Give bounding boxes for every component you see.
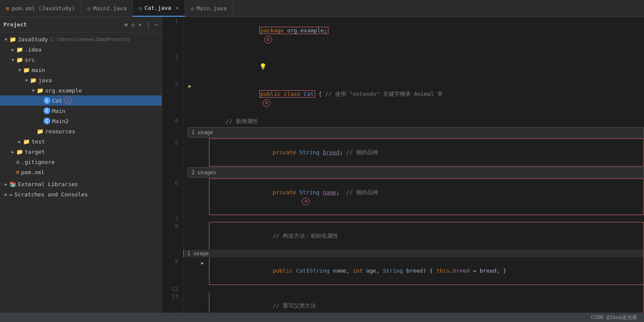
usage-row-2: 2 usages [162,167,644,179]
tree-item-src[interactable]: ▼ 📁 src [0,55,162,65]
code-line-7: 7 [162,215,644,222]
tree-item-main[interactable]: ▼ 📁 main [0,65,162,75]
ann-3: ③ [263,99,270,107]
line-run-8 [183,222,196,250]
line-number-6: 6 [162,179,183,215]
sidebar-collapse-icon[interactable]: ◇ [131,21,135,28]
tab-cat-icon: ◎ [139,5,142,11]
tree-item-javastudy[interactable]: ▼ 📁 JavaStudy C:\Users\Lenovo\IdeaProjec… [0,34,162,44]
usage-row-3: 1 usage [162,250,644,257]
tree-label-java: java [38,77,52,83]
line-expand-8 [196,222,209,250]
tree-item-pom[interactable]: ▶ m pom.xml [0,167,162,177]
tab-main-label: Main.java [197,5,226,12]
tree-arrow-javastudy: ▼ [3,37,9,42]
tab-main[interactable]: ◎ Main.java [185,0,233,17]
tab-pom[interactable]: m pom.xml (JavaStudy) [0,0,81,17]
tree-path-javastudy: C:\Users\Lenovo\IdeaProjects [50,37,129,42]
sidebar-more-icon[interactable]: ⋮ [145,21,151,28]
usage-popup-2: 2 usages [188,167,644,178]
java-icon-main2: C [44,118,50,124]
line-run-6 [183,179,196,215]
code-line-5: 5 private String breed; // 猫的品种 [162,139,644,167]
line-code-5[interactable]: private String breed; // 猫的品种 [209,139,644,167]
sidebar-close-icon[interactable]: × [138,21,142,28]
sidebar-minimize-icon[interactable]: − [155,21,158,28]
code-line-13: 13 // 重写父类方法 [162,292,644,313]
tree-item-test[interactable]: ▶ 📁 test [0,136,162,147]
bottom-bar: CSDN @Java追光着 [0,313,644,322]
line-number-13: 13 [162,292,183,313]
code-line-8: 8 // 构造方法：初始化属性 [162,222,644,250]
usage-cell-1: 1 usage [162,126,644,139]
sidebar-add-icon[interactable]: ⊕ [124,21,128,28]
tree-item-scratches[interactable]: ▶ ✏ Scratches and Consoles [0,189,162,199]
tab-cat-close[interactable]: × [175,5,178,11]
main-area: Project ⊕ ◇ × ⋮ − ▼ 📁 JavaStudy C:\Users… [0,17,644,313]
line-code-1[interactable]: package org.example; ② [209,17,644,53]
watermark: CSDN @Java追光着 [591,314,637,321]
tab-main2-label: Main2.java [93,5,126,12]
code-editor[interactable]: 1 package org.example; ② 2 [162,17,644,313]
annotation-1: ① [64,97,72,104]
scratches-icon: ✏ [9,191,13,198]
line-expand-13 [196,292,209,313]
line-number-4: 4 [162,116,183,126]
tree-item-external-libs[interactable]: ▶ 📚 External Libraries [0,179,162,189]
line-code-9[interactable]: public Cat(String name, int age, String … [209,257,644,285]
line-number-7: 7 [162,215,183,222]
line-run-5 [183,139,196,167]
tree-arrow-idea: ▶ [10,47,15,52]
tree-item-main-file[interactable]: ▶ C Main [0,106,162,116]
line-number-3: 3 [162,80,183,116]
tree-item-idea[interactable]: ▶ 📁 .idea [0,44,162,55]
tree-label-pom: pom.xml [21,169,44,175]
tree-item-orgexample[interactable]: ▼ 📁 org.example [0,85,162,95]
line-code-6[interactable]: private String name; // 猫的品种 ④ [209,179,644,215]
tab-cat-label: Cat.java [145,5,171,11]
line-expand-4 [196,116,209,126]
tab-pom-icon: m [6,6,9,12]
line-code-3[interactable]: public class Cat { // 使用 "extends" 关键字继承… [209,80,644,116]
expand-icon-9[interactable]: ▶ [201,260,204,266]
tree-label-gitignore: .gitignore [21,159,55,165]
line-run-9 [183,257,196,285]
usage-row-1: 1 usage [162,126,644,139]
tree-item-main2[interactable]: ▶ C Main2 [0,116,162,126]
folder-icon-main: 📁 [23,67,30,73]
tree-item-java[interactable]: ▼ 📁 java [0,75,162,85]
tree-arrow-scratches: ▶ [3,192,9,197]
folder-icon-java: 📁 [30,77,37,83]
tab-cat[interactable]: ◎ Cat.java × [133,0,185,17]
tree-label-idea: .idea [25,46,41,53]
code-line-1: 1 package org.example; ② [162,17,644,53]
folder-icon-javastudy: 📁 [9,36,16,43]
tree-item-cat[interactable]: ▶ C Cat ① [0,95,162,106]
tree-item-gitignore[interactable]: ▶ ⚙ .gitignore [0,157,162,167]
run-icon-3[interactable]: ▶ [189,83,191,89]
line-code-8: // 构造方法：初始化属性 [209,222,644,250]
line-code-2: 💡 [209,53,644,80]
code-line-4: 4 // 新增属性 [162,116,644,126]
line-expand-6 [196,179,209,215]
tree-label-cat: Cat [52,98,62,104]
folder-icon-orgexample: 📁 [37,87,44,94]
usage-cell-3: 1 usage [183,250,644,257]
tree-label-main: main [32,67,45,73]
tree-item-resources[interactable]: ▶ 📁 resources [0,126,162,136]
line-number-12: 12 [162,285,183,292]
line-code-13: // 重写父类方法 [209,292,644,313]
tree-label-main-file: Main [52,108,65,114]
tree-item-target[interactable]: ▶ 📁 target [0,147,162,157]
tab-main2[interactable]: ◎ Main2.java [81,0,133,17]
folder-icon-src: 📁 [16,57,23,63]
tree-arrow-target: ▶ [10,150,15,154]
line-expand-9[interactable]: ▶ [196,257,209,285]
sidebar-icons: ⊕ ◇ × ⋮ − [124,21,158,28]
tree-label-target: target [25,149,45,155]
sidebar: Project ⊕ ◇ × ⋮ − ▼ 📁 JavaStudy C:\Users… [0,17,162,313]
tree-label-resources: resources [45,128,75,135]
tab-pom-label: pom.xml (JavaStudy) [12,5,75,12]
tab-main-icon: ◎ [191,6,194,12]
line-run-3[interactable]: ▶ [183,80,196,116]
